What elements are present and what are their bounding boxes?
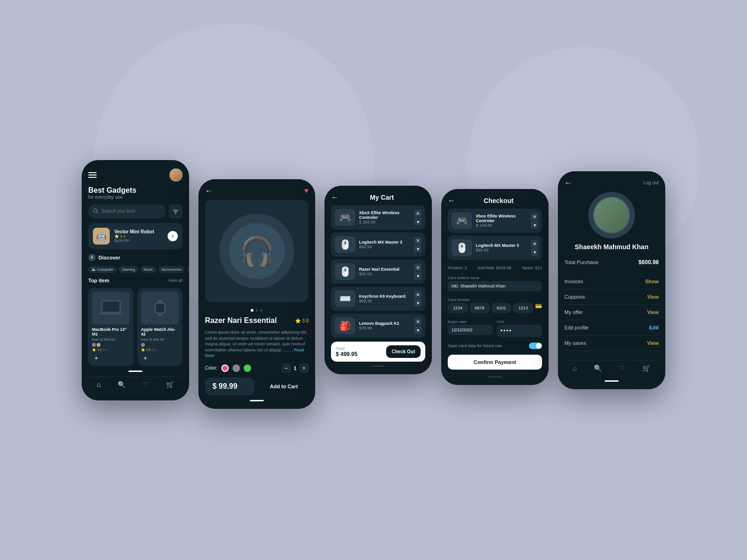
cart-qty-5[interactable]: ▾ <box>414 326 422 334</box>
filter-button[interactable] <box>169 204 183 218</box>
date-cvv-row: Expire date CVV •••• <box>448 320 542 337</box>
qty-increase[interactable]: + <box>299 364 309 373</box>
save-card-toggle[interactable] <box>529 343 542 349</box>
featured-arrow[interactable]: › <box>168 231 178 241</box>
cat-accessories[interactable]: Accessories <box>158 266 185 273</box>
confirm-payment-btn[interactable]: Confirm Payment <box>448 355 542 370</box>
add-to-cart-btn[interactable]: Add to Cart <box>259 379 309 394</box>
nav-search[interactable]: 🔍 <box>118 381 126 388</box>
cart-delete-1[interactable]: ✕ <box>414 210 422 217</box>
scroll-indicator-5 <box>605 380 619 382</box>
add-macbook-btn[interactable]: + <box>92 354 100 362</box>
best-gadgets-subtitle: for everyday use <box>88 195 183 200</box>
nav-wishlist[interactable]: ♡ <box>143 381 149 388</box>
cat-computer[interactable]: 💻 Computer <box>88 266 117 273</box>
featured-info: Vector Mini Robot ⭐ 3.4 $109.99+ <box>114 229 163 243</box>
search-input[interactable] <box>101 209 161 214</box>
checkout-item-price-2: $99.99 <box>476 248 527 252</box>
cart-qty-4[interactable]: ▾ <box>414 299 422 307</box>
mysaves-view-btn[interactable]: View <box>647 340 659 346</box>
best-gadgets-title: Best Gadgets <box>88 186 183 195</box>
qty-decrease[interactable]: − <box>282 364 291 373</box>
cat-music[interactable]: Music <box>140 266 156 273</box>
checkout-delete-1[interactable]: ✕ <box>531 213 538 220</box>
color-green[interactable] <box>244 364 251 372</box>
cart-item-img-3: 🖱️ <box>335 263 355 280</box>
cart-delete-2[interactable]: ✕ <box>414 237 422 244</box>
cart-delete-3[interactable]: ✕ <box>414 264 422 271</box>
screen1-title: Best Gadgets for everyday use <box>88 186 183 200</box>
profile-avatar-outer <box>588 192 635 238</box>
coupons-label: Cuppons <box>564 294 585 300</box>
profile-back-btn[interactable]: ← <box>564 179 572 187</box>
card-chip-icon: 💳 <box>535 303 542 313</box>
add-watch-btn[interactable]: + <box>141 354 149 362</box>
expire-field: Expire date <box>448 320 493 337</box>
cvv-label: CVV <box>497 320 542 324</box>
checkout-back-btn[interactable]: ← <box>448 196 455 205</box>
expire-input[interactable] <box>448 325 493 335</box>
product-back-btn[interactable]: ← <box>205 187 212 195</box>
cvv-input: •••• <box>497 325 542 337</box>
cart-header: ← My Cart <box>331 193 425 202</box>
view-all-link[interactable]: View all <box>168 278 183 283</box>
checkout-items-list: 🎮 Xbox Ellite Wireless Controler $ 169.9… <box>448 209 542 260</box>
cart-delete-4[interactable]: ✕ <box>414 291 422 298</box>
cat-gaming[interactable]: Gaming <box>119 266 138 273</box>
svg-rect-8 <box>158 300 162 303</box>
nav-cart[interactable]: 🛒 <box>166 381 174 388</box>
checkout-btn[interactable]: Check Out <box>386 345 421 358</box>
cat-mobile[interactable]: Mobile <box>187 266 189 273</box>
cvv-value: •••• <box>500 328 512 334</box>
items-grid: MacBook Pro 13" M1 from $ 999.99 ⭐ 4.2 1… <box>88 288 183 366</box>
product-rating: ⭐ 3.8 <box>295 318 309 323</box>
checkout-qty-2[interactable]: ▾ <box>531 248 538 256</box>
checkout-item-info-2: Logitech MX Master 3 $99.99 <box>476 243 527 252</box>
color-label: Color: <box>205 365 218 371</box>
item-macbook[interactable]: MacBook Pro 13" M1 from $ 999.99 ⭐ 4.2 1… <box>88 288 134 366</box>
cardholder-input[interactable] <box>448 281 542 291</box>
item-watch[interactable]: Apple Watch Alu-42 from $ 309.99 ⭐ 4.5 1… <box>137 288 183 366</box>
myoffer-view-btn[interactable]: View <box>647 309 659 315</box>
featured-card[interactable]: 🤖 Vector Mini Robot ⭐ 3.4 $109.99+ › <box>88 223 183 249</box>
logout-btn[interactable]: Log out <box>643 180 659 185</box>
checkout-item-name-1: Xbox Ellite Wireless Controler <box>476 214 527 223</box>
cart-item-name-5: Lenovo Bagpack K2 <box>359 321 410 326</box>
editprofile-btn[interactable]: Edit <box>649 325 659 330</box>
featured-image: 🤖 <box>93 228 110 245</box>
cart-qty-3[interactable]: ▾ <box>414 272 422 280</box>
cart-qty-1[interactable]: ▾ <box>414 218 422 225</box>
nav-home[interactable]: ⌂ <box>97 381 100 388</box>
checkout-item-actions-1: ✕ ▾ <box>531 213 538 229</box>
invoices-show-btn[interactable]: Show <box>645 279 659 284</box>
profile-username: Shaeekh Mahmud Khan <box>564 243 659 251</box>
profile-nav-home[interactable]: ⌂ <box>573 364 577 372</box>
checkout-qty-1[interactable]: ▾ <box>531 221 538 229</box>
cart-back-btn[interactable]: ← <box>331 193 338 202</box>
search-row <box>88 204 183 218</box>
profile-nav-cart[interactable]: 🛒 <box>642 364 650 372</box>
profile-photo <box>594 197 629 233</box>
cart-qty-2[interactable]: ▾ <box>414 245 422 252</box>
wishlist-btn[interactable]: ♥ <box>304 187 309 195</box>
discover-icon: ⚡ <box>88 254 96 261</box>
color-pink[interactable] <box>221 364 229 372</box>
cardholder-label: Card holders name <box>448 276 542 280</box>
svg-rect-10 <box>156 304 164 312</box>
checkout-item-name-2: Logitech MX Master 3 <box>476 243 527 248</box>
taxes: Taxes: $10 <box>521 266 542 270</box>
search-bar[interactable] <box>88 204 166 218</box>
color-gray[interactable] <box>233 364 240 372</box>
checkout-delete-2[interactable]: ✕ <box>531 240 538 247</box>
cart-delete-5[interactable]: ✕ <box>414 318 422 325</box>
avatar[interactable] <box>169 168 183 182</box>
cart-item-info-2: Logitech MX Master 3 $99.99 <box>359 240 410 249</box>
profile-nav-search[interactable]: 🔍 <box>594 364 602 372</box>
profile-nav-wishlist[interactable]: ♡ <box>619 364 625 372</box>
hamburger-icon[interactable] <box>88 172 97 178</box>
svg-rect-6 <box>103 302 119 311</box>
coupons-view-btn[interactable]: View <box>647 294 659 300</box>
product-circle-outer: 🎧 <box>219 214 294 288</box>
product-title-row: Razer Nari Essential ⭐ 3.8 <box>205 316 309 325</box>
save-card-label: Save card data for future use <box>448 343 502 348</box>
